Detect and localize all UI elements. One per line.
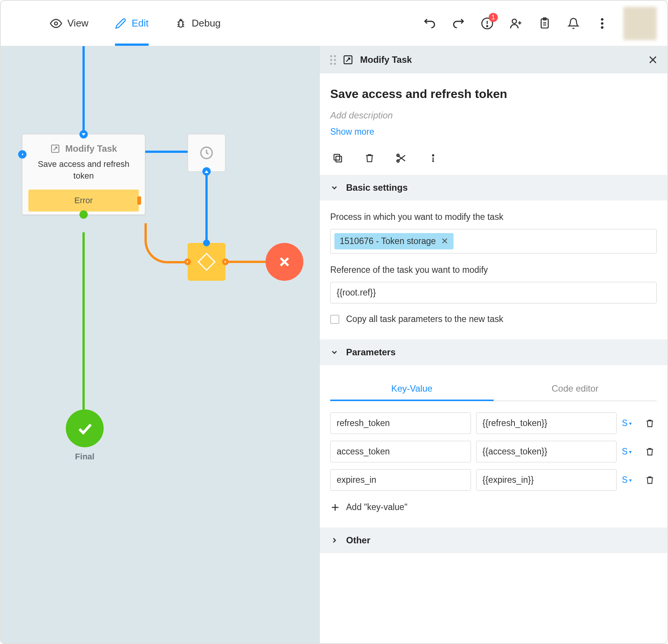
- port-side[interactable]: [18, 150, 26, 159]
- kv-type-select[interactable]: S▾: [622, 475, 638, 485]
- kv-value-input[interactable]: [476, 469, 617, 491]
- kv-key-input[interactable]: [330, 469, 471, 491]
- svg-point-14: [601, 26, 604, 29]
- node-modify-task[interactable]: Modify Task Save access and refresh toke…: [22, 134, 145, 215]
- kv-key-input[interactable]: [330, 441, 471, 462]
- tab-edit-label: Edit: [132, 17, 149, 29]
- kv-delete-button[interactable]: [643, 473, 657, 487]
- port-in[interactable]: [79, 130, 88, 138]
- tab-edit[interactable]: Edit: [115, 1, 149, 46]
- description-placeholder[interactable]: Add description: [330, 110, 657, 121]
- show-more-link[interactable]: Show more: [330, 127, 657, 137]
- user-avatar[interactable]: [623, 7, 657, 40]
- kv-value-input[interactable]: [476, 412, 617, 434]
- port-left[interactable]: [184, 258, 191, 265]
- drag-handle-icon[interactable]: [330, 55, 336, 65]
- kv-key-input[interactable]: [330, 412, 471, 434]
- svg-point-4: [487, 25, 488, 26]
- param-tabs: Key-Value Code editor: [330, 376, 657, 401]
- port-in[interactable]: [203, 240, 210, 246]
- close-button[interactable]: [648, 54, 658, 65]
- redo-button[interactable]: [451, 16, 466, 31]
- copy-button[interactable]: [330, 151, 345, 166]
- svg-rect-22: [334, 154, 340, 160]
- pencil-icon: [115, 18, 126, 29]
- alert-button[interactable]: 1: [480, 16, 495, 31]
- chip-remove-icon[interactable]: ✕: [441, 236, 448, 246]
- tab-code-editor[interactable]: Code editor: [494, 376, 657, 401]
- clock-icon: [199, 145, 214, 160]
- chevron-down-icon: [330, 184, 339, 192]
- ref-input[interactable]: [330, 282, 657, 303]
- undo-button[interactable]: [422, 16, 437, 31]
- add-kv-label: Add "key-value": [346, 502, 407, 512]
- info-button[interactable]: [426, 151, 441, 166]
- kv-type-select[interactable]: S▾: [622, 418, 638, 428]
- kv-row: S▾: [330, 441, 657, 462]
- plus-icon: [330, 502, 340, 512]
- connector: [145, 151, 188, 153]
- final-label: Final: [66, 452, 104, 462]
- top-toolbar: View Edit Debug 1: [1, 1, 667, 46]
- tab-view[interactable]: View: [50, 1, 89, 46]
- modify-task-icon: [343, 54, 353, 65]
- connector: [82, 46, 85, 134]
- port-right[interactable]: [222, 258, 229, 265]
- copy-checkbox[interactable]: [330, 315, 339, 324]
- kv-delete-button[interactable]: [643, 417, 657, 430]
- clipboard-button[interactable]: [537, 16, 552, 31]
- kv-value-input[interactable]: [476, 441, 617, 462]
- kv-type-select[interactable]: S▾: [622, 446, 638, 457]
- connector: [205, 172, 208, 243]
- node-title: Save access and refresh token: [25, 159, 142, 182]
- eye-icon: [50, 17, 62, 30]
- node-condition[interactable]: [188, 243, 225, 281]
- connector: [82, 232, 85, 409]
- node-type-label: Modify Task: [65, 143, 117, 154]
- kv-row: S▾: [330, 412, 657, 434]
- section-basic-title: Basic settings: [346, 182, 408, 193]
- workflow-canvas[interactable]: Modify Task Save access and refresh toke…: [1, 46, 319, 643]
- add-kv-button[interactable]: Add "key-value": [330, 502, 657, 512]
- kv-delete-button[interactable]: [643, 445, 657, 459]
- port-out[interactable]: [79, 210, 88, 219]
- ref-label: Reference of the task you want to modify: [330, 265, 657, 275]
- x-icon: [277, 254, 292, 269]
- panel-summary: Save access and refresh token Add descri…: [320, 73, 667, 175]
- section-parameters-title: Parameters: [346, 347, 396, 358]
- section-basic-header[interactable]: Basic settings: [320, 175, 667, 201]
- add-user-button[interactable]: [508, 16, 524, 31]
- node-final[interactable]: [66, 409, 104, 447]
- details-panel: Modify Task Save access and refresh toke…: [319, 46, 667, 643]
- node-error-bar[interactable]: Error: [28, 190, 139, 212]
- process-label: Process in which you want to modify the …: [330, 212, 657, 222]
- check-icon: [76, 419, 94, 437]
- svg-rect-23: [336, 156, 342, 162]
- delete-button[interactable]: [362, 151, 377, 166]
- more-menu-button[interactable]: [595, 16, 610, 31]
- port-out[interactable]: [202, 167, 211, 176]
- copy-checkbox-row[interactable]: Copy all task parameters to the new task: [330, 314, 657, 324]
- node-error-end[interactable]: [266, 243, 303, 281]
- section-parameters-header[interactable]: Parameters: [320, 339, 667, 365]
- main-area: Modify Task Save access and refresh toke…: [1, 46, 667, 643]
- panel-header-title: Modify Task: [360, 54, 412, 65]
- cut-button[interactable]: [394, 151, 409, 166]
- copy-checkbox-label: Copy all task parameters to the new task: [346, 314, 503, 324]
- svg-point-5: [512, 19, 516, 23]
- connector: [144, 223, 188, 263]
- svg-point-12: [601, 18, 604, 21]
- kv-row: S▾: [330, 469, 657, 491]
- svg-point-13: [601, 22, 604, 25]
- bell-button[interactable]: [566, 16, 581, 31]
- notification-badge: 1: [489, 13, 498, 22]
- section-other-title: Other: [346, 535, 370, 546]
- tab-debug-label: Debug: [192, 17, 221, 29]
- svg-point-0: [54, 22, 57, 25]
- panel-header: Modify Task: [320, 46, 667, 73]
- section-other-header[interactable]: Other: [320, 527, 667, 553]
- tab-debug[interactable]: Debug: [175, 1, 221, 46]
- process-input[interactable]: 1510676 - Token storage ✕: [330, 229, 657, 254]
- tab-key-value[interactable]: Key-Value: [330, 376, 494, 401]
- node-delay[interactable]: [188, 134, 225, 172]
